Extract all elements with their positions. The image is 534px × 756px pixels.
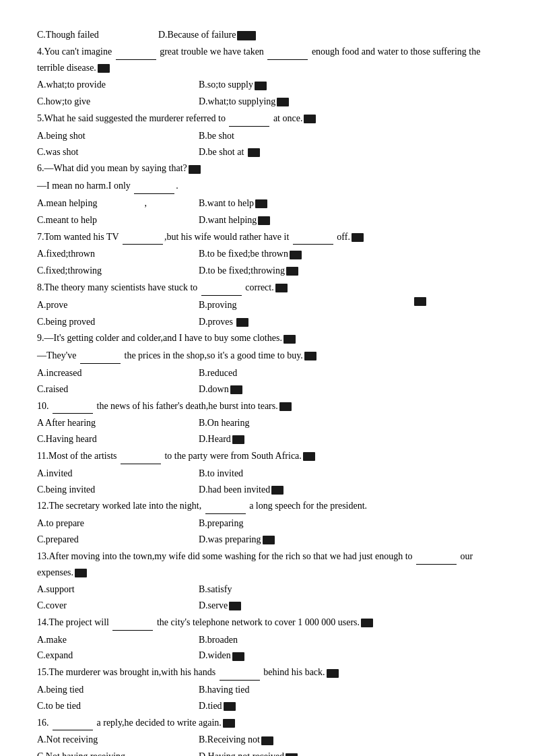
blank (80, 363, 121, 364)
q5-b: B.be shot (199, 128, 360, 144)
redacted-block (277, 98, 289, 106)
option-c-though: C.Though failed (37, 27, 158, 43)
q6-options2: C.meant to help D.want helping (37, 212, 497, 228)
q5-options: A.being shot B.be shot C.was shot D.be s… (37, 128, 497, 160)
q9-d: D.down (199, 381, 320, 398)
q9-c: C.raised (37, 381, 199, 398)
question-9: 9.—It's getting colder and colder,and I … (37, 330, 497, 346)
q11-b: B.to invited (199, 466, 360, 482)
question-10: 10. the news of his father's death,he bu… (37, 398, 497, 414)
q10-c: C.Having heard (37, 431, 199, 447)
q6-d: D.want helping (199, 212, 360, 228)
q11-d: D.had been invited (199, 482, 283, 498)
q13-b: B.satisfy (199, 581, 360, 598)
q9-sub-text: —They've the prices in the shop,so it's … (37, 350, 316, 360)
q15-b: B.having tied (199, 682, 360, 698)
redacted-block (263, 536, 275, 544)
question-16: 16. a reply,he decided to write again. (37, 715, 497, 731)
redacted-block (230, 385, 242, 394)
blank (416, 564, 457, 565)
q16-d: D.Having not received (199, 749, 298, 756)
redacted-block (271, 486, 283, 495)
blank (112, 630, 153, 631)
redacted-block (255, 199, 267, 208)
blank (229, 126, 269, 127)
q4-c: C.how;to give (37, 94, 199, 110)
redacted-block (237, 31, 256, 40)
q7-options: A.fixed;thrown B.to be fixed;be thrown (37, 246, 497, 262)
redacted-block (286, 267, 298, 276)
q13-options: A.support B.satisfy C.cover D.serve (37, 581, 497, 614)
q4-d: D.what;to supplying (199, 94, 360, 110)
question-15: 15.The murderer was brought in,with his … (37, 664, 497, 681)
q15-text: 15.The murderer was brought in,with his … (37, 667, 339, 677)
blank (220, 680, 260, 681)
q10-options: A After hearing B.On hearing C.Having he… (37, 415, 497, 447)
q13-c: C.cover (37, 598, 199, 614)
q6-options: A.mean helping , B.want to help (37, 195, 497, 212)
q10-b: B.On hearing (199, 415, 360, 431)
q7-b: B.to be fixed;be thrown (199, 246, 360, 262)
q7-c: C.fixed;throwing (37, 263, 199, 279)
blank (267, 59, 308, 60)
q6-c: C.meant to help (37, 212, 199, 228)
q12-b: B.preparing (199, 515, 360, 532)
q14-text: 14.The project will the city's telephone… (37, 617, 373, 627)
q10-text: 10. the news of his father's death,he bu… (37, 401, 292, 411)
question-9-sub: —They've the prices in the shop,so it's … (37, 348, 497, 364)
redacted-block (255, 82, 267, 90)
redacted-block (236, 318, 248, 327)
redacted-block (232, 435, 244, 444)
redacted-block (304, 352, 316, 360)
redacted-block (414, 297, 426, 306)
q13-a: A.support (37, 581, 199, 598)
question-7: 7.Tom wanted his TV ,but his wife would … (37, 229, 497, 245)
redacted-block (303, 452, 315, 461)
q16-text: 16. a reply,he decided to write again. (37, 718, 235, 728)
redacted-block (283, 335, 296, 344)
redacted-block (224, 702, 236, 711)
q4-options: A.what;to provide B.so;to supply (37, 77, 497, 93)
redacted-block (275, 284, 288, 292)
redacted-block (232, 652, 244, 661)
q4-b: B.so;to supply (199, 77, 360, 93)
redacted-block (279, 402, 292, 411)
q14-d: D.widen (199, 648, 244, 664)
q6-text: 6.—What did you mean by saying that? (37, 163, 201, 173)
redacted-block (98, 64, 110, 73)
redacted-block (327, 669, 339, 678)
question-6-sub: —I mean no harm.I only . (37, 178, 497, 194)
redacted-block (248, 148, 260, 157)
q12-c: C.prepared (37, 532, 199, 548)
q14-options: A.make B.broaden C.expand D.widen (37, 632, 497, 664)
q7-options2: C.fixed;throwing D.to be fixed;throwing (37, 263, 497, 279)
q8-c: C.being proved (37, 314, 199, 330)
q16-b: B.Receiving not (199, 732, 273, 748)
q5-a: A.being shot (37, 128, 199, 144)
q13-text: 13.After moving into the town,my wife di… (37, 551, 473, 577)
question-8: 8.The theory many scientists have stuck … (37, 280, 497, 296)
blank (53, 413, 93, 414)
q11-text: 11.Most of the artists to the party were… (37, 451, 315, 461)
q6-b: B.want to help (199, 195, 360, 212)
q9-b: B.reduced (199, 365, 360, 381)
question-5: 5.What he said suggested the murderer re… (37, 111, 497, 127)
q12-options: A.to prepare B.preparing C.prepared D.wa… (37, 515, 497, 548)
q14-a: A.make (37, 632, 199, 648)
question-12: 12.The secretary worked late into the ni… (37, 498, 497, 514)
q15-c: C.to be tied (37, 698, 199, 714)
q9-a: A.increased (37, 365, 199, 381)
q13-d: D.serve (199, 598, 241, 614)
redacted-block (223, 719, 235, 728)
redacted-block (304, 115, 316, 123)
redacted-block (290, 251, 302, 259)
q8-a: A.prove (37, 297, 199, 313)
redacted-block (361, 619, 373, 627)
q16-a: A.Not receiving (37, 732, 199, 748)
blank (293, 244, 333, 245)
redacted-block (229, 602, 241, 610)
q11-options: A.invited B.to invited C.being invited D… (37, 466, 497, 498)
q7-a: A.fixed;thrown (37, 246, 199, 262)
q6-sub-text: —I mean no harm.I only . (37, 181, 178, 191)
q15-options: A.being tied B.having tied C.to be tied … (37, 682, 497, 714)
